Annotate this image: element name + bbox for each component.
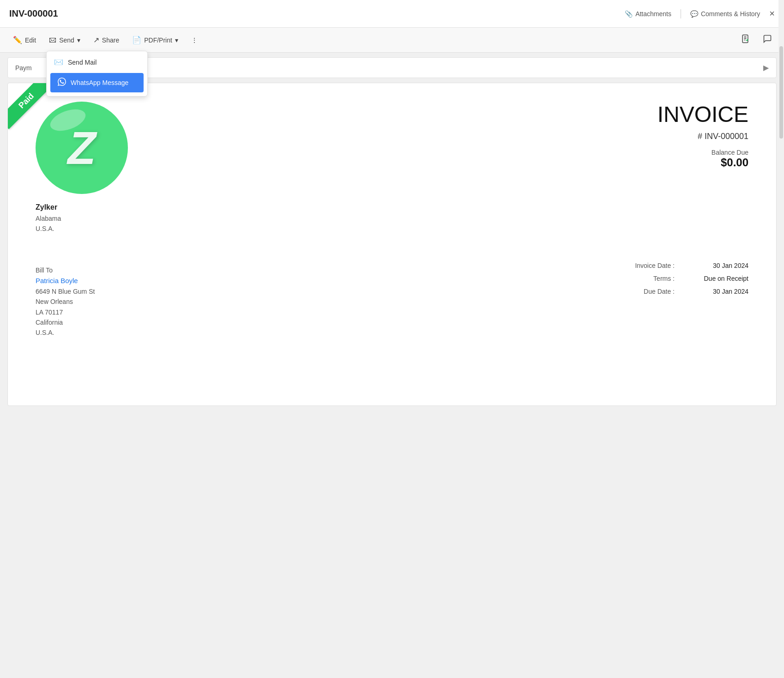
company-state: Alabama [36, 213, 128, 224]
comment-icon: 💬 [690, 10, 698, 18]
send-dropdown-menu: ✉️ Send Mail WhatsApp Message [46, 51, 148, 97]
payment-label: Paym [15, 64, 32, 72]
top-bar-divider [681, 9, 681, 18]
top-bar: INV-000001 📎 Attachments 💬 Comments & Hi… [0, 0, 784, 28]
top-bar-actions: 📎 Attachments 💬 Comments & History × [625, 8, 775, 19]
payment-expand-arrow[interactable]: ▶ [763, 63, 769, 72]
close-button[interactable]: × [769, 8, 775, 19]
whatsapp-label: WhatsApp Message [71, 79, 128, 86]
pdf-print-button[interactable]: 📄 PDF/Print ▾ [127, 33, 184, 47]
invoice-title: INV-000001 [9, 8, 58, 19]
pdf-icon: 📄 [132, 36, 141, 44]
company-name: Zylker [36, 203, 128, 212]
invoice-title-section: INVOICE # INV-000001 Balance Due $0.00 [657, 102, 748, 169]
terms-value: Due on Receipt [684, 275, 748, 282]
invoice-header: Z Zylker Alabama U.S.A. INVOICE # INV-00… [36, 102, 748, 234]
company-country: U.S.A. [36, 224, 128, 234]
scrollbar-thumb[interactable] [779, 46, 783, 139]
scrollbar-track[interactable] [778, 0, 784, 411]
invoice-date-row: Invoice Date : 30 Jan 2024 [619, 262, 748, 269]
client-address-line4: California [36, 317, 95, 327]
balance-due-label: Balance Due [657, 149, 748, 156]
send-icon: 🖂 [49, 36, 56, 44]
send-button[interactable]: 🖂 Send ▾ [43, 33, 86, 47]
mail-icon: ✉️ [54, 58, 63, 67]
due-date-row: Due Date : 30 Jan 2024 [619, 288, 748, 295]
client-address-line2: New Orleans [36, 297, 95, 307]
bill-details-row: Bill To Patricia Boyle 6649 N Blue Gum S… [36, 253, 748, 338]
client-address-line5: U.S.A. [36, 327, 95, 338]
whatsapp-icon [58, 78, 66, 88]
bill-to-section: Bill To Patricia Boyle 6649 N Blue Gum S… [36, 266, 95, 338]
comments-label: Comments & History [701, 10, 760, 18]
client-address-line1: 6649 N Blue Gum St [36, 286, 95, 297]
client-address-line3: LA 70117 [36, 307, 95, 317]
terms-row: Terms : Due on Receipt [619, 275, 748, 282]
edit-label: Edit [25, 36, 36, 44]
chat-button[interactable] [758, 31, 777, 48]
whatsapp-item[interactable]: WhatsApp Message [50, 73, 144, 92]
toolbar: ✏️ Edit 🖂 Send ▾ ✉️ Send Mail WhatsApp M… [0, 28, 784, 53]
more-icon: ⋮ [191, 36, 198, 44]
invoice-body: Z Zylker Alabama U.S.A. INVOICE # INV-00… [8, 83, 776, 357]
due-date-label: Due Date : [619, 288, 675, 295]
bill-to-label: Bill To [36, 266, 95, 274]
client-name[interactable]: Patricia Boyle [36, 277, 95, 285]
attachments-button[interactable]: 📎 Attachments [625, 10, 671, 18]
comments-history-button[interactable]: 💬 Comments & History [690, 10, 760, 18]
share-label: Share [102, 36, 119, 44]
edit-button[interactable]: ✏️ Edit [7, 33, 42, 47]
balance-due-amount: $0.00 [657, 156, 748, 169]
send-dropdown-arrow: ▾ [77, 36, 80, 44]
invoice-date-value: 30 Jan 2024 [684, 262, 748, 269]
edit-icon: ✏️ [13, 36, 22, 44]
invoice-date-label: Invoice Date : [619, 262, 675, 269]
paperclip-icon: 📎 [625, 10, 633, 18]
pdf-label: PDF/Print [144, 36, 172, 44]
share-button[interactable]: ↗ Share [88, 33, 125, 47]
pdf-dropdown-arrow: ▾ [175, 36, 178, 44]
attachments-label: Attachments [635, 10, 671, 18]
send-mail-item[interactable]: ✉️ Send Mail [47, 53, 147, 71]
invoice-details-table: Invoice Date : 30 Jan 2024 Terms : Due o… [619, 262, 748, 295]
share-icon: ↗ [93, 36, 99, 44]
terms-label: Terms : [619, 275, 675, 282]
due-date-value: 30 Jan 2024 [684, 288, 748, 295]
invoice-container: Paid Z Zylker Alabama U.S.A. INVOICE # I… [7, 83, 777, 406]
more-button[interactable]: ⋮ [186, 34, 203, 47]
logo-letter: Z [67, 121, 96, 175]
checklist-button[interactable] [736, 31, 754, 48]
invoice-number: # INV-000001 [657, 132, 748, 141]
company-info: Zylker Alabama U.S.A. [36, 203, 128, 234]
send-label: Send [59, 36, 74, 44]
send-mail-label: Send Mail [68, 59, 96, 66]
invoice-main-title: INVOICE [657, 102, 748, 127]
toolbar-right [736, 31, 777, 48]
